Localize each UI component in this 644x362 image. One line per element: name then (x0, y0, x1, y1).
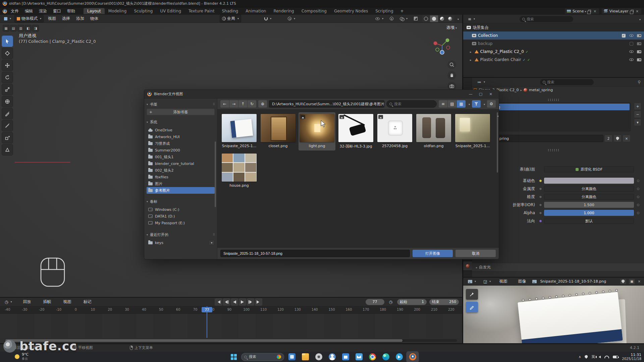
workspace-tab[interactable]: Scripting (372, 8, 397, 14)
dialog-settings-button[interactable]: ⚙ (487, 100, 496, 108)
surface-shader-button[interactable]: 原理化 BSDF (544, 166, 634, 172)
taskbar-app-icon[interactable] (313, 352, 325, 362)
workspace-tab[interactable]: Texture Paint (185, 8, 218, 14)
taskbar-app-icon[interactable] (380, 352, 392, 362)
timeline-editor-type-button[interactable]: ◷ (3, 299, 14, 305)
transform-tool[interactable] (2, 96, 13, 107)
next-keyframe-button[interactable] (247, 298, 254, 306)
start-button[interactable] (228, 352, 239, 362)
outliner-search-input[interactable] (527, 17, 564, 21)
timeline-ruler[interactable]: -40-30-20-100102030405060708090100110120… (0, 306, 462, 314)
playhead-frame-badge[interactable]: 77 (202, 307, 212, 312)
file-item[interactable]: Snipaste_2025-1... (454, 112, 491, 150)
normal-button[interactable]: 默认 (544, 218, 634, 224)
filter-toggle-button[interactable] (472, 100, 481, 108)
breadcrumb-material[interactable]: metal_spring (529, 88, 553, 92)
alpha-slider[interactable]: 1.000 (544, 210, 634, 216)
menubar-menu[interactable]: 渲染 (36, 8, 50, 15)
shading-wireframe-button[interactable] (422, 15, 430, 22)
timeline-menu[interactable]: 插帧 (40, 298, 54, 305)
path-field[interactable]: D:\Artworks_HUI\Course\Summ...\002_镜头2\0… (269, 100, 384, 108)
taskbar-app-icon[interactable] (339, 352, 352, 362)
recent-options-dropdown[interactable]: ▾ (209, 240, 215, 245)
system-list-item[interactable]: Summer2000 (147, 147, 215, 154)
expand-icon[interactable] (470, 57, 473, 62)
new-folder-button[interactable]: ⊕ (258, 100, 267, 108)
panel-grip[interactable] (548, 149, 560, 152)
tray-expand-icon[interactable]: ∧ (579, 355, 581, 359)
panel-grip[interactable] (548, 99, 560, 101)
system-list-item[interactable]: 参考图片 (147, 187, 215, 194)
navigation-gizmo[interactable] (432, 36, 452, 56)
tool-option-extend-icon[interactable]: ▤ (10, 25, 17, 32)
frame-start-field[interactable]: 起始1 (397, 299, 427, 305)
keyframe-decorator[interactable] (637, 204, 639, 206)
overlays-dropdown[interactable] (398, 16, 410, 21)
add-bookmark-button[interactable]: + 添加书签 (147, 109, 215, 115)
editor-type-button[interactable] (2, 16, 13, 21)
shading-material-button[interactable] (438, 15, 446, 22)
display-settings-dropdown[interactable] (468, 102, 470, 106)
file-item[interactable]: 32-国标-HL3-3.jpg (337, 112, 374, 150)
image-name[interactable]: Snipaste_2025-11-18_10-57-18.png (540, 279, 606, 284)
disable-render-camera-icon[interactable] (637, 58, 641, 61)
file-list-scrollbar[interactable] (497, 112, 498, 173)
viewport-menu[interactable]: 视图 (45, 15, 59, 22)
recent-list-item[interactable]: keys (147, 239, 207, 246)
system-list-item[interactable]: 习惯养成 (147, 140, 215, 147)
recent-section-header[interactable]: ▾ 最近打开的 ⠿ (147, 231, 215, 238)
scene-selector[interactable]: Scene × (565, 8, 599, 14)
outliner-row-scene-collection[interactable]: 场景集合 (463, 23, 644, 32)
outliner-editor-type-button[interactable]: ≡ (466, 16, 477, 22)
file-item[interactable]: oldfan.png (415, 112, 452, 150)
tool-option-set-icon[interactable]: ▦ (3, 25, 9, 32)
slot-specials-dropdown[interactable]: ▾ (634, 119, 641, 126)
play-button[interactable] (239, 298, 246, 306)
workspace-tab[interactable]: Shading (218, 8, 242, 14)
bookmarks-section-header[interactable]: ▾ 书签 ⠿ (147, 101, 215, 108)
image-editor-type-button[interactable] (466, 279, 478, 284)
keyframe-decorator[interactable] (637, 188, 639, 190)
pan-hand-icon[interactable] (447, 71, 456, 80)
tool-options-dropdown[interactable]: 选项 (446, 25, 457, 31)
frame-end-field[interactable]: 结束250 (429, 299, 459, 305)
copilot-icon[interactable] (277, 355, 281, 359)
cursor-tool[interactable] (2, 48, 13, 59)
remove-slot-button[interactable]: − (634, 111, 641, 118)
parent-dir-button[interactable]: ↑ (238, 100, 247, 108)
system-list-item[interactable]: OneDrive (147, 127, 215, 133)
emission-section-header[interactable]: 自发光 (472, 263, 644, 272)
jump-to-start-button[interactable] (215, 298, 222, 306)
close-button[interactable]: × (486, 90, 496, 98)
weather-widget[interactable]: 9°C 多云 (15, 352, 29, 361)
hide-eye-icon[interactable] (629, 34, 634, 37)
clock-widget[interactable]: 11:31 2025/11/18 (622, 353, 641, 361)
filename-input[interactable] (223, 251, 407, 255)
workspace-tab[interactable]: Layout (84, 8, 105, 14)
xray-toggle[interactable] (412, 16, 420, 21)
disable-render-camera-icon[interactable] (637, 50, 641, 53)
unlink-image-icon[interactable]: × (637, 280, 641, 283)
outliner-row-collection[interactable]: Collection ✓ (463, 32, 644, 40)
properties-editor-type-button[interactable]: ≔ (475, 79, 487, 85)
mode-dropdown[interactable]: 物体模式 (14, 15, 44, 22)
taskbar-app-icon[interactable] (353, 352, 365, 362)
open-image-button[interactable]: 打开图像 (413, 250, 453, 257)
workspace-tab[interactable]: Rendering (270, 8, 298, 14)
menubar-menu[interactable]: 窗口 (50, 8, 64, 15)
material-name-field[interactable]: metal_spring (482, 135, 603, 142)
add-slot-button[interactable]: + (634, 103, 641, 110)
outliner-row-chair-object[interactable]: Plastic Garden Chair ✓ ✓ (463, 56, 644, 64)
taskbar-app-icon[interactable] (326, 352, 338, 362)
file-list-area[interactable]: Snipaste_2025-1... closet.png light.png (217, 109, 499, 248)
visibility-dropdown[interactable] (373, 16, 385, 21)
prev-keyframe-button[interactable] (223, 298, 230, 306)
viewlayer-selector[interactable]: ViewLayer × (602, 8, 641, 14)
defender-icon[interactable] (585, 355, 588, 359)
preview-range-toggle[interactable]: ◷ (387, 299, 394, 305)
timeline-track-area[interactable] (0, 314, 462, 338)
keyframe-decorator[interactable] (637, 196, 639, 198)
proportional-edit-toggle[interactable] (286, 16, 297, 21)
users-count-button[interactable]: 2 (604, 135, 612, 142)
workspace-tab[interactable]: Animation (242, 8, 270, 14)
